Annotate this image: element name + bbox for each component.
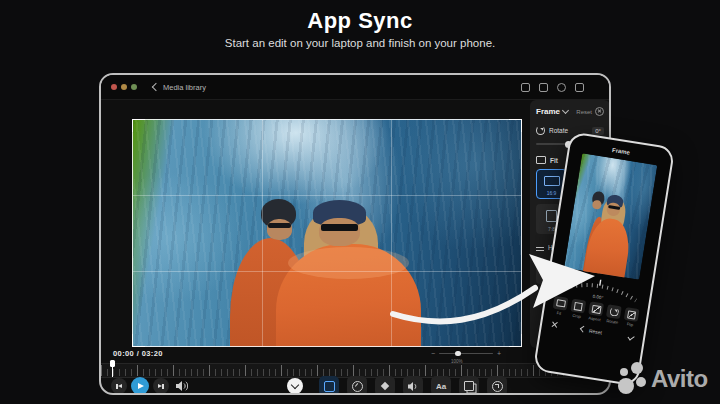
frame-tool-button[interactable]	[319, 376, 339, 395]
avito-watermark: Avito	[618, 362, 708, 396]
avito-dot	[631, 362, 643, 374]
reset-circle-icon[interactable]	[595, 107, 604, 116]
audio-tool-button[interactable]	[403, 376, 423, 395]
chevron-down-icon	[291, 381, 299, 389]
frame-tool-icon	[324, 381, 335, 392]
back-label[interactable]: Media library	[163, 83, 206, 92]
avito-dot	[636, 377, 646, 387]
laptop-window: Media library Frame	[99, 73, 611, 395]
grid-line	[133, 195, 521, 196]
export-circle-icon	[492, 381, 503, 392]
export-tool-button[interactable]	[487, 376, 507, 395]
phone-flip-button[interactable]	[624, 307, 640, 322]
traffic-light-minimize[interactable]	[121, 84, 127, 90]
fit-label: Fit	[550, 157, 558, 164]
confirm-check-icon[interactable]	[628, 333, 635, 340]
timeline-zoom-slider[interactable]: − 100% +	[431, 350, 501, 357]
aspect-16-9-icon	[544, 176, 560, 186]
text-tool-button[interactable]: Aa	[431, 376, 451, 395]
chevron-down-icon[interactable]	[562, 107, 569, 114]
avito-dot	[620, 368, 628, 376]
info-icon[interactable]	[557, 83, 566, 92]
person-left-face	[592, 200, 602, 211]
phone-tool-label: Flip	[622, 321, 638, 328]
traffic-light-close[interactable]	[111, 84, 117, 90]
text-tool-icon: Aa	[436, 382, 446, 391]
crop-handle[interactable]	[132, 119, 145, 132]
avito-logo-icon	[618, 362, 650, 396]
fit-icon	[536, 156, 546, 164]
rotate-value[interactable]: 0°	[592, 127, 604, 135]
zoom-plus[interactable]: +	[497, 350, 501, 357]
sync-arrow	[383, 236, 613, 336]
share-icon[interactable]	[521, 83, 530, 92]
collapse-toolbar-button[interactable]	[287, 378, 303, 394]
effects-tool-button[interactable]	[375, 376, 395, 395]
zoom-knob[interactable]	[455, 351, 461, 357]
effects-icon	[381, 382, 389, 390]
prev-icon	[118, 384, 122, 388]
overlay-tool-button[interactable]	[459, 376, 479, 395]
zoom-track[interactable]: 100%	[439, 353, 493, 355]
back-arrow-icon[interactable]	[152, 83, 160, 91]
flip-icon	[627, 310, 636, 319]
play-icon	[138, 383, 144, 389]
page-subtitle: Start an edit on your laptop and finish …	[0, 37, 720, 49]
next-frame-button[interactable]	[153, 378, 169, 394]
rotate-icon	[536, 126, 545, 135]
prev-frame-button[interactable]	[111, 378, 127, 394]
reset-button[interactable]: Reset	[576, 109, 592, 115]
avito-text: Avito	[651, 365, 708, 393]
zoom-minus[interactable]: −	[431, 350, 435, 357]
titlebar: Media library	[101, 75, 609, 100]
audio-icon	[408, 382, 418, 391]
ruler-major-ticks	[101, 365, 611, 376]
overlay-layers-icon	[464, 381, 474, 391]
export-icon[interactable]	[539, 83, 548, 92]
traffic-light-zoom[interactable]	[131, 84, 137, 90]
settings-icon[interactable]	[575, 83, 584, 92]
crop-handle[interactable]	[509, 119, 522, 132]
timecode: 00:00 / 03:20	[113, 349, 163, 358]
speed-tool-button[interactable]	[347, 376, 367, 395]
grid-line	[262, 120, 263, 346]
play-button[interactable]	[131, 377, 149, 395]
speed-gauge-icon	[352, 381, 363, 392]
rotate-label: Rotate	[549, 127, 568, 134]
crop-handle[interactable]	[132, 334, 145, 347]
volume-button[interactable]	[176, 381, 188, 391]
panel-title: Frame	[536, 107, 560, 116]
avito-dot	[618, 378, 634, 394]
next-bar	[162, 384, 163, 389]
page-title: App Sync	[0, 8, 720, 34]
playhead-line	[112, 362, 113, 377]
